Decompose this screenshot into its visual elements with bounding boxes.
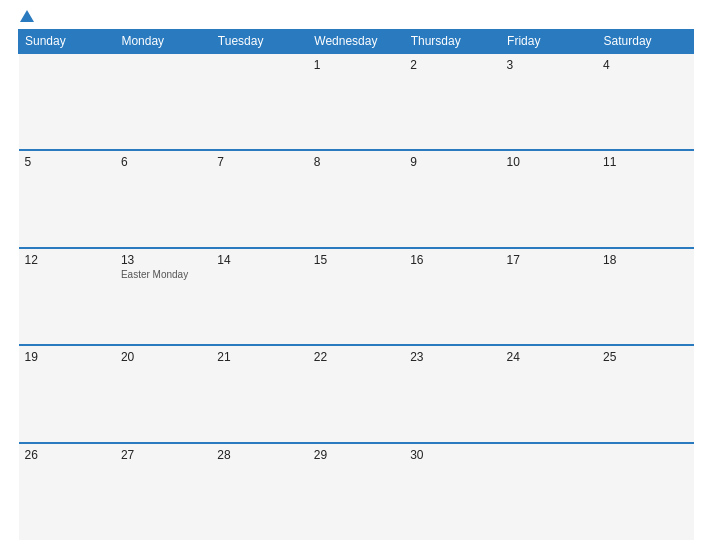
- calendar-week-row: 19202122232425: [19, 345, 694, 442]
- logo: [18, 10, 34, 23]
- day-number: 3: [507, 58, 591, 72]
- calendar-cell: 5: [19, 150, 115, 247]
- day-number: 21: [217, 350, 301, 364]
- calendar-table: SundayMondayTuesdayWednesdayThursdayFrid…: [18, 29, 694, 540]
- day-number: 15: [314, 253, 398, 267]
- calendar-cell: 28: [211, 443, 307, 540]
- calendar-cell: 11: [597, 150, 693, 247]
- calendar-cell: 22: [308, 345, 404, 442]
- calendar-cell: 30: [404, 443, 500, 540]
- day-number: 24: [507, 350, 591, 364]
- day-number: 1: [314, 58, 398, 72]
- day-number: 2: [410, 58, 494, 72]
- calendar-cell: 14: [211, 248, 307, 345]
- weekday-header-sunday: Sunday: [19, 30, 115, 54]
- day-number: 19: [25, 350, 109, 364]
- calendar-week-row: 1234: [19, 53, 694, 150]
- calendar-cell: 25: [597, 345, 693, 442]
- day-number: 18: [603, 253, 687, 267]
- day-number: 27: [121, 448, 205, 462]
- weekday-header-friday: Friday: [501, 30, 597, 54]
- day-number: 17: [507, 253, 591, 267]
- calendar-cell: [501, 443, 597, 540]
- calendar-cell: 12: [19, 248, 115, 345]
- logo-triangle-icon: [20, 10, 34, 22]
- day-number: 26: [25, 448, 109, 462]
- calendar-cell: 18: [597, 248, 693, 345]
- calendar-cell: 9: [404, 150, 500, 247]
- calendar-cell: 3: [501, 53, 597, 150]
- calendar-cell: 10: [501, 150, 597, 247]
- calendar-cell: 15: [308, 248, 404, 345]
- calendar-week-row: 567891011: [19, 150, 694, 247]
- calendar-cell: 1: [308, 53, 404, 150]
- day-number: 14: [217, 253, 301, 267]
- calendar-cell: 20: [115, 345, 211, 442]
- calendar-cell: [211, 53, 307, 150]
- calendar-cell: 24: [501, 345, 597, 442]
- day-number: 16: [410, 253, 494, 267]
- day-number: 13: [121, 253, 205, 267]
- day-number: 11: [603, 155, 687, 169]
- day-number: 6: [121, 155, 205, 169]
- day-number: 10: [507, 155, 591, 169]
- day-number: 29: [314, 448, 398, 462]
- calendar-cell: [19, 53, 115, 150]
- page-wrapper: SundayMondayTuesdayWednesdayThursdayFrid…: [0, 0, 712, 550]
- calendar-cell: 23: [404, 345, 500, 442]
- day-number: 12: [25, 253, 109, 267]
- calendar-cell: 26: [19, 443, 115, 540]
- day-number: 20: [121, 350, 205, 364]
- weekday-header-wednesday: Wednesday: [308, 30, 404, 54]
- weekday-header-tuesday: Tuesday: [211, 30, 307, 54]
- day-number: 28: [217, 448, 301, 462]
- day-number: 30: [410, 448, 494, 462]
- day-number: 25: [603, 350, 687, 364]
- calendar-cell: 19: [19, 345, 115, 442]
- calendar-cell: [115, 53, 211, 150]
- calendar-cell: 6: [115, 150, 211, 247]
- weekday-header-row: SundayMondayTuesdayWednesdayThursdayFrid…: [19, 30, 694, 54]
- calendar-week-row: 1213Easter Monday1415161718: [19, 248, 694, 345]
- calendar-cell: 17: [501, 248, 597, 345]
- calendar-cell: 27: [115, 443, 211, 540]
- calendar-week-row: 2627282930: [19, 443, 694, 540]
- weekday-header-monday: Monday: [115, 30, 211, 54]
- calendar-cell: 21: [211, 345, 307, 442]
- weekday-header-thursday: Thursday: [404, 30, 500, 54]
- calendar-cell: 16: [404, 248, 500, 345]
- holiday-label: Easter Monday: [121, 269, 205, 280]
- calendar-cell: [597, 443, 693, 540]
- header: [18, 10, 694, 23]
- calendar-cell: 2: [404, 53, 500, 150]
- calendar-cell: 13Easter Monday: [115, 248, 211, 345]
- day-number: 7: [217, 155, 301, 169]
- calendar-cell: 8: [308, 150, 404, 247]
- day-number: 8: [314, 155, 398, 169]
- calendar-cell: 4: [597, 53, 693, 150]
- day-number: 22: [314, 350, 398, 364]
- day-number: 4: [603, 58, 687, 72]
- weekday-header-saturday: Saturday: [597, 30, 693, 54]
- day-number: 23: [410, 350, 494, 364]
- calendar-cell: 29: [308, 443, 404, 540]
- calendar-cell: 7: [211, 150, 307, 247]
- day-number: 9: [410, 155, 494, 169]
- day-number: 5: [25, 155, 109, 169]
